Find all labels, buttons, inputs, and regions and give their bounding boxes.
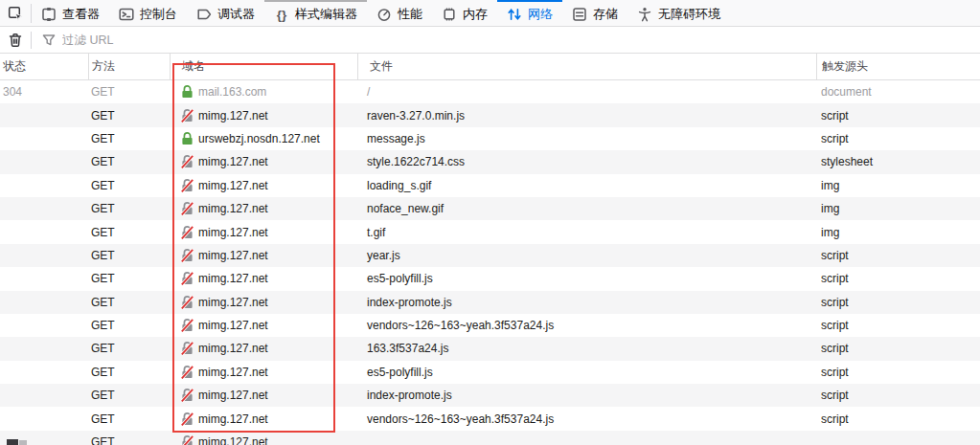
request-method: GET <box>88 80 170 103</box>
request-domain: mimg.127.net <box>170 150 357 173</box>
request-domain: mimg.127.net <box>170 314 357 337</box>
storage-icon <box>572 7 587 22</box>
devtools-tab[interactable]: {} 样式编辑器 <box>264 0 367 27</box>
lock-blocked-icon <box>181 366 194 379</box>
request-method: GET <box>88 244 170 267</box>
request-domain-text: mimg.127.net <box>198 319 268 332</box>
request-status <box>0 127 88 150</box>
request-row[interactable]: GET mimg.127.net style.1622c714.css styl… <box>0 150 980 173</box>
lock-blocked-icon <box>181 319 194 332</box>
request-method: GET <box>88 361 170 384</box>
request-method: GET <box>88 337 170 360</box>
devtools-tab[interactable]: 存储 <box>562 0 627 27</box>
request-status <box>0 291 88 314</box>
request-domain-text: mimg.127.net <box>198 249 268 262</box>
request-method: GET <box>88 314 170 337</box>
request-method: GET <box>88 174 170 197</box>
request-file: vendors~126~163~yeah.3f537a24.js <box>357 314 816 337</box>
request-file: es5-polyfill.js <box>357 361 816 384</box>
request-status: 304 <box>0 80 88 103</box>
request-domain-text: mimg.127.net <box>198 272 268 285</box>
request-domain-text: mimg.127.net <box>198 366 268 379</box>
tab-label: 样式编辑器 <box>295 6 357 23</box>
devtools-tab[interactable]: 调试器 <box>187 0 264 27</box>
request-file: index-promote.js <box>357 384 816 407</box>
request-cause: script <box>816 407 980 430</box>
request-row[interactable]: GET mimg.127.net loading_s.gif img <box>0 174 980 197</box>
request-cause: script <box>816 314 980 337</box>
element-picker-button[interactable] <box>0 0 31 26</box>
devtools-tab[interactable]: 无障碍环境 <box>627 0 730 27</box>
request-row[interactable]: GET mimg.127.net raven-3.27.0.min.js scr… <box>0 103 980 126</box>
request-status <box>0 337 88 360</box>
column-header-domain[interactable]: 域名 <box>170 54 357 79</box>
request-status <box>0 220 88 243</box>
request-cause: img <box>816 220 980 243</box>
request-domain: mimg.127.net <box>170 244 357 267</box>
request-method: GET <box>88 291 170 314</box>
request-status <box>0 267 88 290</box>
request-row[interactable]: GET urswebzj.nosdn.127.net message.js sc… <box>0 127 980 150</box>
devtools-tabbar: 查看器 控制台 调试器 {} 样式编辑器 性能 内存 网络 存储 无障碍环境 <box>0 0 980 27</box>
request-row[interactable]: GET mimg.127.net es5-polyfill.js script <box>0 361 980 384</box>
devtools-tab[interactable]: 性能 <box>367 0 432 27</box>
lock-blocked-icon <box>181 249 194 262</box>
request-row[interactable]: GET mimg.127.net <box>0 431 980 445</box>
devtools-tab[interactable]: 网络 <box>497 0 562 27</box>
devtools-window: 查看器 控制台 调试器 {} 样式编辑器 性能 内存 网络 存储 无障碍环境 <box>0 0 980 445</box>
request-status <box>0 384 88 407</box>
column-header-cause[interactable]: 触发源头 <box>816 54 980 79</box>
devtools-tabs: 查看器 控制台 调试器 {} 样式编辑器 性能 内存 网络 存储 无障碍环境 <box>32 0 730 26</box>
request-row[interactable]: GET mimg.127.net noface_new.gif img <box>0 197 980 220</box>
request-domain: urswebzj.nosdn.127.net <box>170 127 357 150</box>
network-icon <box>507 7 522 22</box>
devtools-tab[interactable]: 查看器 <box>32 0 109 27</box>
request-row[interactable]: GET mimg.127.net index-promote.js script <box>0 384 980 407</box>
debugger-icon <box>196 7 212 22</box>
lock-blocked-icon <box>181 202 194 215</box>
tab-label: 调试器 <box>217 6 255 23</box>
lock-secure-icon <box>181 132 194 145</box>
request-file: noface_new.gif <box>357 197 816 220</box>
clipped-bottom-fragment <box>7 439 18 445</box>
request-domain: mimg.127.net <box>170 291 357 314</box>
request-row[interactable]: 304 GET mail.163.com / document <box>0 80 980 103</box>
request-row[interactable]: GET mimg.127.net es5-polyfill.js script <box>0 267 980 290</box>
request-domain-text: urswebzj.nosdn.127.net <box>198 132 320 145</box>
request-method: GET <box>88 150 170 173</box>
clear-requests-button[interactable] <box>0 27 31 53</box>
request-cause: stylesheet <box>816 150 980 173</box>
request-row[interactable]: GET mimg.127.net 163.3f537a24.js script <box>0 337 980 360</box>
tab-label: 内存 <box>463 6 488 23</box>
lock-blocked-icon <box>181 155 194 168</box>
request-cause: script <box>816 361 980 384</box>
request-domain: mimg.127.net <box>170 361 357 384</box>
column-header-method[interactable]: 方法 <box>88 54 170 79</box>
request-cause: img <box>816 197 980 220</box>
funnel-icon <box>41 33 57 48</box>
request-row[interactable]: GET mimg.127.net vendors~126~163~yeah.3f… <box>0 314 980 337</box>
request-method: GET <box>88 220 170 243</box>
lock-secure-icon <box>181 85 194 99</box>
request-file: style.1622c714.css <box>357 150 816 173</box>
memory-icon <box>442 7 457 22</box>
request-row[interactable]: GET mimg.127.net year.js script <box>0 244 980 267</box>
network-filter-bar <box>0 27 980 54</box>
request-row[interactable]: GET mimg.127.net index-promote.js script <box>0 291 980 314</box>
request-cause: script <box>816 103 980 126</box>
svg-text:{}: {} <box>277 8 287 22</box>
request-domain: mimg.127.net <box>170 407 357 430</box>
filter-url-input[interactable] <box>62 27 980 53</box>
column-header-status[interactable]: 状态 <box>0 54 88 79</box>
request-row[interactable]: GET mimg.127.net vendors~126~163~yeah.3f… <box>0 407 980 430</box>
request-file <box>357 431 816 445</box>
column-header-file[interactable]: 文件 <box>357 54 816 79</box>
request-file: vendors~126~163~yeah.3f537a24.js <box>357 407 816 430</box>
request-status <box>0 174 88 197</box>
tab-label: 性能 <box>398 6 422 23</box>
lock-blocked-icon <box>181 342 194 355</box>
devtools-tab[interactable]: 内存 <box>432 0 497 27</box>
request-row[interactable]: GET mimg.127.net t.gif img <box>0 220 980 243</box>
devtools-tab[interactable]: 控制台 <box>109 0 187 27</box>
request-domain-text: mimg.127.net <box>198 179 268 192</box>
